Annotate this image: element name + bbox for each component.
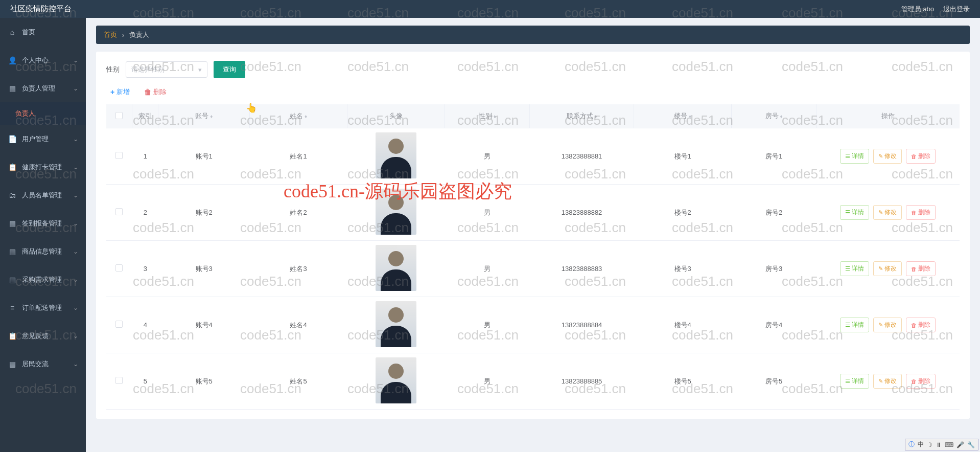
col-building[interactable]: 楼号♦ (634, 104, 732, 128)
sidebar-label: 负责人管理 (22, 84, 55, 93)
info-icon: ☰ (845, 322, 850, 328)
avatar-image[interactable] (376, 245, 416, 291)
sidebar-label: 采购需求管理 (22, 275, 62, 284)
cell-phone: 13823888881 (530, 128, 634, 185)
plus-icon: + (110, 88, 114, 96)
edit-button[interactable]: ✎修改 (873, 149, 902, 164)
cell-phone: 13823888884 (530, 297, 634, 353)
chevron-down-icon: ⌄ (73, 85, 78, 92)
edit-button[interactable]: ✎修改 (873, 261, 902, 276)
col-sex[interactable]: 性别♦ (445, 104, 530, 128)
col-room[interactable]: 房号♦ (732, 104, 816, 128)
trash-icon: 🗑 (911, 153, 917, 160)
avatar-image[interactable] (376, 189, 416, 235)
sort-icon: ♦ (780, 114, 783, 119)
cell-sex: 男 (445, 353, 530, 410)
cell-room: 房号1 (732, 128, 816, 185)
sort-icon: ♦ (689, 114, 691, 119)
sidebar-item-0[interactable]: ⌂首页 (0, 18, 86, 46)
info-icon: ☰ (845, 209, 850, 216)
cell-ops: ☰详情✎修改🗑删除 (816, 128, 960, 185)
info-icon[interactable]: ⓘ (908, 440, 915, 449)
sidebar-item-8[interactable]: ▦商品信息管理⌄ (0, 237, 86, 265)
detail-button[interactable]: ☰详情 (840, 261, 869, 276)
detail-button[interactable]: ☰详情 (840, 374, 869, 389)
cell-phone: 13823888885 (530, 353, 634, 410)
checkbox-all[interactable] (115, 112, 123, 119)
sidebar-item-5[interactable]: 📋健康打卡管理⌄ (0, 153, 86, 181)
sidebar-item-7[interactable]: ▦签到报备管理⌄ (0, 209, 86, 237)
row-delete-button[interactable]: 🗑删除 (906, 318, 936, 332)
delete-button[interactable]: 🗑 删除 (144, 87, 167, 97)
pause-icon[interactable]: ⏸ (936, 441, 942, 448)
row-delete-button[interactable]: 🗑删除 (906, 261, 936, 276)
moon-icon[interactable]: ☽ (927, 441, 932, 448)
add-button[interactable]: + 新增 (110, 87, 130, 97)
row-checkbox[interactable] (115, 377, 123, 384)
sidebar-label: 意见反馈 (22, 331, 49, 341)
row-delete-button[interactable]: 🗑删除 (906, 374, 936, 389)
row-checkbox[interactable] (115, 264, 123, 272)
col-account[interactable]: 账号♦ (158, 104, 249, 128)
sidebar: ⌂首页👤个人中心⌄▦负责人管理⌄负责人📄用户管理⌄📋健康打卡管理⌄🗂人员名单管理… (0, 18, 86, 452)
avatar-image[interactable] (376, 132, 416, 178)
cell-account: 账号4 (158, 297, 249, 353)
query-button[interactable]: 查询 (214, 61, 245, 78)
sidebar-item-2[interactable]: ▦负责人管理⌄ (0, 74, 86, 102)
sidebar-item-6[interactable]: 🗂人员名单管理⌄ (0, 181, 86, 209)
avatar-image[interactable] (376, 357, 416, 403)
logout-link[interactable]: 退出登录 (943, 5, 970, 14)
gender-select[interactable]: 请选择性别 ▾ (126, 61, 207, 78)
breadcrumb-current: 负责人 (129, 30, 149, 39)
cell-sex: 男 (445, 128, 530, 185)
sidebar-item-12[interactable]: ▦居民交流⌄ (0, 350, 86, 378)
col-phone[interactable]: 联系方式♦ (530, 104, 634, 128)
mic-icon[interactable]: 🎤 (956, 441, 964, 448)
avatar-image[interactable] (376, 301, 416, 347)
col-name[interactable]: 姓名♦ (249, 104, 347, 128)
action-row: + 新增 🗑 删除 (106, 87, 960, 97)
row-delete-button[interactable]: 🗑删除 (906, 149, 936, 164)
sidebar-item-3[interactable]: 负责人 (0, 102, 86, 125)
cell-name: 姓名5 (249, 353, 347, 410)
sidebar-item-9[interactable]: ▦采购需求管理⌄ (0, 265, 86, 293)
grid-icon: ▦ (8, 247, 17, 256)
row-checkbox[interactable] (115, 208, 123, 215)
edit-icon: ✎ (878, 378, 883, 385)
sidebar-item-1[interactable]: 👤个人中心⌄ (0, 46, 86, 74)
trash-icon: 🗑 (911, 322, 917, 328)
trash-icon: 🗑 (144, 88, 151, 96)
edit-button[interactable]: ✎修改 (873, 318, 902, 332)
breadcrumb: 首页 › 负责人 (96, 26, 970, 44)
admin-link[interactable]: 管理员 abo (901, 5, 934, 14)
keyboard-icon[interactable]: ⌨ (945, 441, 953, 448)
breadcrumb-home[interactable]: 首页 (104, 30, 117, 39)
grid-icon: ▦ (8, 276, 17, 284)
wrench-icon[interactable]: 🔧 (967, 441, 975, 448)
filter-label: 性别 (106, 65, 120, 74)
filter-row: 性别 请选择性别 ▾ 查询 (106, 61, 960, 78)
detail-button[interactable]: ☰详情 (840, 318, 869, 332)
detail-button[interactable]: ☰详情 (840, 205, 869, 220)
cell-avatar (347, 297, 445, 353)
sidebar-item-4[interactable]: 📄用户管理⌄ (0, 125, 86, 153)
sort-icon: ♦ (305, 114, 307, 119)
select-placeholder: 请选择性别 (131, 65, 165, 74)
sidebar-item-10[interactable]: ≡订单配送管理⌄ (0, 293, 86, 322)
col-index[interactable]: 索引 (132, 104, 158, 128)
row-delete-button[interactable]: 🗑删除 (906, 205, 936, 220)
row-checkbox[interactable] (115, 321, 123, 328)
cell-sex: 男 (445, 185, 530, 241)
detail-button[interactable]: ☰详情 (840, 149, 869, 164)
edit-button[interactable]: ✎修改 (873, 205, 902, 220)
cell-building: 楼号3 (634, 241, 732, 297)
chevron-down-icon: ⌄ (73, 276, 78, 283)
cell-name: 姓名3 (249, 241, 347, 297)
sidebar-label: 用户管理 (22, 134, 49, 144)
ime-indicator[interactable]: 中 (918, 440, 924, 449)
row-checkbox[interactable] (115, 152, 123, 159)
edit-button[interactable]: ✎修改 (873, 374, 902, 389)
sort-icon: ♦ (210, 114, 213, 119)
sidebar-label: 居民交流 (22, 359, 49, 369)
sidebar-item-11[interactable]: 📋意见反馈⌄ (0, 322, 86, 350)
